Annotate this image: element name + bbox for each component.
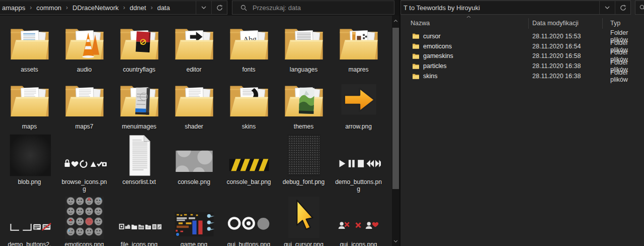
- details-refresh-button[interactable]: [615, 1, 630, 14]
- search-icon: [639, 5, 644, 11]
- file-tile[interactable]: game.png: [167, 195, 221, 246]
- file-tile[interactable]: file_icons.png: [112, 195, 167, 246]
- file-thumbnail: [170, 77, 218, 122]
- scroll-down-button[interactable]: [392, 237, 399, 245]
- column-header-date[interactable]: Data modyfikacji: [532, 20, 579, 27]
- file-label: console_bar.png: [226, 178, 271, 186]
- search-box[interactable]: Przeszukaj: data: [232, 1, 394, 15]
- file-icon: [280, 21, 328, 65]
- file-type: Folder plików: [610, 69, 644, 83]
- file-grid-pane[interactable]: assets audio countryflags editor: [0, 16, 392, 246]
- breadcrumb-item[interactable]: data: [156, 4, 170, 12]
- file-tile[interactable]: debug_font.png: [276, 132, 331, 195]
- breadcrumb-item[interactable]: common: [36, 4, 62, 12]
- folder-row[interactable]: gameskins 28.11.2020 16:58 Folder plików: [400, 51, 644, 61]
- file-tile[interactable]: editor: [167, 20, 221, 77]
- file-thumbnail: [280, 20, 328, 65]
- chevron-down-icon: [201, 6, 206, 9]
- file-tile[interactable]: blob.png: [2, 132, 57, 195]
- address-dropdown-button[interactable]: [196, 1, 211, 14]
- folder-name: particles: [423, 63, 447, 70]
- chevron-up-icon: [393, 20, 398, 22]
- file-icon: [115, 21, 164, 65]
- file-tile[interactable]: skins: [221, 77, 276, 132]
- search-placeholder: Przeszukaj: data: [253, 4, 301, 12]
- folder-row[interactable]: particles 28.11.2020 16:38 Folder plików: [400, 61, 644, 71]
- file-tile[interactable]: maps7: [57, 77, 112, 132]
- file-tile[interactable]: gui_icons.png: [331, 195, 386, 246]
- file-grid: assets audio countryflags editor: [2, 20, 386, 246]
- breadcrumb-separator-icon: ›: [66, 4, 68, 11]
- sort-ascending-icon: [466, 16, 471, 18]
- folder-row[interactable]: cursor 28.11.2020 15:53 Folder plików: [400, 31, 644, 41]
- file-label: skins: [242, 123, 256, 130]
- file-tile[interactable]: maps: [2, 77, 57, 132]
- folder-row[interactable]: skins 28.11.2020 16:38 Folder plików: [400, 71, 644, 81]
- file-thumbnail: [60, 20, 109, 65]
- details-address-bar[interactable]: T to Teeworlds by Hiroyuki: [400, 1, 631, 15]
- file-tile[interactable]: arrow.png: [331, 77, 386, 132]
- file-label: debug_font.png: [283, 178, 325, 186]
- file-label: editor: [186, 66, 201, 73]
- scrollbar-thumb[interactable]: [392, 28, 399, 189]
- file-icon: [60, 196, 109, 240]
- breadcrumb-item[interactable]: amapps: [2, 4, 26, 12]
- details-dropdown-button[interactable]: [599, 1, 615, 14]
- file-icon: [170, 21, 218, 65]
- file-thumbnail: [60, 132, 109, 177]
- file-tile[interactable]: menuimages: [112, 77, 167, 132]
- details-search-box[interactable]: [635, 1, 644, 15]
- refresh-button[interactable]: [211, 1, 227, 14]
- file-label: audio: [77, 66, 92, 73]
- file-tile[interactable]: gui_buttons.png: [221, 195, 276, 246]
- folder-name: gameskins: [423, 52, 453, 59]
- file-label: assets: [21, 66, 38, 73]
- file-label: maps7: [75, 123, 93, 130]
- column-header-name[interactable]: Nazwa: [411, 20, 430, 27]
- file-tile[interactable]: demo_buttons.png: [331, 132, 386, 195]
- column-separator[interactable]: [602, 18, 603, 29]
- file-tile[interactable]: gui_cursor.png: [276, 195, 331, 246]
- file-tile[interactable]: console_bar.png: [221, 132, 276, 195]
- file-icon: [60, 133, 109, 177]
- file-tile[interactable]: countryflags: [112, 20, 167, 77]
- file-icon: [280, 196, 328, 240]
- file-tile[interactable]: themes: [276, 77, 331, 132]
- file-tile[interactable]: emoticons.png: [57, 195, 112, 246]
- file-tile[interactable]: languages: [276, 20, 331, 77]
- file-label: maps: [22, 123, 37, 130]
- file-label: game.png: [181, 241, 207, 246]
- vertical-scrollbar[interactable]: [392, 16, 399, 246]
- file-label: countryflags: [123, 66, 155, 73]
- breadcrumb-separator-icon: ›: [123, 4, 125, 11]
- file-tile[interactable]: audio: [57, 20, 112, 77]
- file-tile[interactable]: assets: [2, 20, 57, 77]
- file-label: fonts: [242, 66, 255, 73]
- folder-row[interactable]: emoticons 28.11.2020 16:54 Folder plików: [400, 41, 644, 51]
- breadcrumb-item[interactable]: DDraceNetwork: [72, 4, 119, 12]
- file-label: gui_cursor.png: [284, 241, 324, 246]
- column-separator[interactable]: [528, 18, 529, 29]
- address-bar[interactable]: amapps › common › DDraceNetwork › ddnet …: [0, 1, 227, 15]
- file-thumbnail: [225, 132, 273, 177]
- file-tile[interactable]: shader: [167, 77, 221, 132]
- file-tile[interactable]: fonts: [221, 20, 276, 77]
- column-header-type[interactable]: Typ: [610, 20, 620, 27]
- file-tile[interactable]: console.png: [167, 132, 221, 195]
- modified-date: 28.11.2020 16:58: [532, 52, 581, 59]
- file-tile[interactable]: browse_icons.png: [57, 132, 112, 195]
- file-thumbnail: [6, 20, 54, 65]
- file-tile[interactable]: mapres: [331, 20, 386, 77]
- file-icon: [60, 78, 109, 122]
- breadcrumb-segment: common ›: [36, 4, 72, 12]
- scroll-up-button[interactable]: [392, 17, 399, 25]
- breadcrumb: amapps › common › DDraceNetwork › ddnet …: [0, 4, 196, 12]
- file-thumbnail: [115, 77, 164, 122]
- file-thumbnail: [170, 132, 218, 177]
- file-label: censorlist.txt: [122, 178, 156, 186]
- file-tile[interactable]: demo_buttons2.: [2, 195, 57, 246]
- file-label: menuimages: [122, 123, 156, 130]
- file-tile[interactable]: censorlist.txt: [112, 132, 167, 195]
- refresh-icon: [216, 5, 223, 11]
- breadcrumb-item[interactable]: ddnet: [129, 4, 147, 12]
